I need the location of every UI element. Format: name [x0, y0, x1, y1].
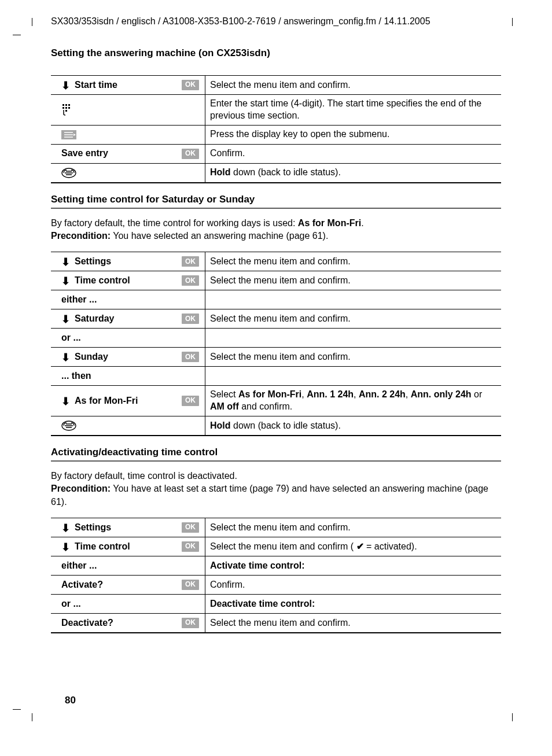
step-description [205, 290, 502, 309]
step-label: Time control [75, 541, 177, 553]
step-description: Select As for Mon-Fri, Ann. 1 24h, Ann. … [205, 386, 502, 416]
ok-badge: OK [182, 314, 199, 324]
down-arrow-icon: ⬇ [61, 542, 70, 552]
table-row: ⬇SettingsOKSelect the menu item and conf… [51, 252, 501, 271]
step-description: Enter the start time (4-digit). The star… [205, 95, 502, 126]
table-row: ⬇SundayOKSelect the menu item and confir… [51, 348, 501, 367]
step-description: Deactivate time control: [205, 595, 502, 614]
table-row: Hold down (back to idle status). [51, 163, 501, 183]
ok-badge: OK [182, 618, 199, 628]
step-label: either ... [61, 294, 199, 306]
table-row: ⬇Start timeOKSelect the menu item and co… [51, 76, 501, 95]
step-description: Select the menu item and confirm. [205, 271, 502, 290]
down-arrow-icon: ⬇ [61, 257, 70, 267]
step-description: Confirm. [205, 144, 502, 163]
step-label: As for Mon-Fri [75, 395, 177, 407]
step-label: Saturday [75, 313, 177, 325]
table-row: ⬇SaturdayOKSelect the menu item and conf… [51, 309, 501, 329]
subsection-title: Setting time control for Saturday or Sun… [51, 194, 501, 205]
table-row: Activate?OKConfirm. [51, 576, 501, 595]
step-description: Hold down (back to idle status). [205, 416, 502, 436]
ok-badge: OK [182, 80, 199, 90]
step-description: Confirm. [205, 576, 502, 595]
table-row: Deactivate?OKSelect the menu item and co… [51, 614, 501, 633]
ok-badge: OK [182, 275, 199, 286]
down-arrow-icon: ⬇ [61, 352, 70, 363]
table-row: Enter the start time (4-digit). The star… [51, 95, 501, 126]
step-label: Time control [75, 275, 177, 287]
table-row: either ...Activate time control: [51, 556, 501, 576]
page-number: 80 [65, 695, 76, 706]
crop-mark [512, 18, 513, 26]
down-arrow-icon: ⬇ [61, 396, 70, 407]
table-row: or ... [51, 329, 501, 348]
crop-mark [512, 713, 513, 721]
document-header: SX303/353isdn / englisch / A31008-X353-B… [51, 16, 501, 27]
ok-badge: OK [182, 396, 199, 406]
step-description [205, 367, 502, 386]
down-arrow-icon: ⬇ [61, 80, 70, 91]
step-description: Select the menu item and confirm. [205, 348, 502, 367]
step-label: or ... [61, 332, 199, 344]
step-description: Press the display key to open the submen… [205, 125, 502, 144]
subsection-title: Activating/deactivating time control [51, 447, 501, 458]
table-row: ... then [51, 367, 501, 386]
svg-rect-6 [65, 110, 67, 112]
page-title: Setting the answering machine (on CX253i… [51, 47, 501, 59]
hangup-icon [61, 168, 76, 178]
step-label: Settings [75, 256, 177, 268]
table-row: or ...Deactivate time control: [51, 595, 501, 614]
step-description: Activate time control: [205, 556, 502, 576]
step-description: Select the menu item and confirm ( ✔ = a… [205, 537, 502, 556]
down-arrow-icon: ⬇ [61, 314, 70, 324]
ok-badge: OK [182, 541, 199, 552]
step-description: Select the menu item and confirm. [205, 309, 502, 329]
svg-rect-4 [65, 107, 67, 109]
procedure-table-3: ⬇SettingsOKSelect the menu item and conf… [51, 518, 501, 633]
rule [51, 460, 501, 462]
step-label: either ... [61, 560, 199, 572]
ok-badge: OK [182, 256, 199, 267]
paragraph: By factory default, time control is deac… [51, 470, 501, 508]
ok-badge: OK [182, 522, 199, 533]
crop-mark [13, 709, 21, 710]
table-row: ⬇As for Mon-FriOKSelect As for Mon-Fri, … [51, 386, 501, 416]
table-row: either ... [51, 290, 501, 309]
step-description: Select the menu item and confirm. [205, 76, 502, 95]
keypad-icon [61, 104, 74, 116]
step-description: Select the menu item and confirm. [205, 614, 502, 633]
ok-badge: OK [182, 352, 199, 362]
step-description: Hold down (back to idle status). [205, 163, 502, 183]
ok-badge: OK [182, 580, 199, 590]
table-row: ⬇Time controlOKSelect the menu item and … [51, 537, 501, 556]
submenu-icon [61, 130, 76, 139]
table-row: Hold down (back to idle status). [51, 416, 501, 436]
crop-mark [32, 713, 32, 721]
svg-rect-2 [68, 104, 70, 106]
rule [51, 208, 501, 209]
step-label: Save entry [61, 147, 177, 160]
paragraph: By factory default, the time control for… [51, 217, 501, 243]
step-label: Start time [75, 79, 177, 91]
step-description: Select the menu item and confirm. [205, 252, 502, 271]
step-description: Select the menu item and confirm. [205, 518, 502, 537]
table-row: Press the display key to open the submen… [51, 125, 501, 144]
table-row: Save entryOKConfirm. [51, 144, 501, 163]
step-label: Sunday [75, 351, 177, 363]
procedure-table-1: ⬇Start timeOKSelect the menu item and co… [51, 75, 501, 183]
table-row: ⬇SettingsOKSelect the menu item and conf… [51, 518, 501, 537]
step-label: Settings [75, 522, 177, 534]
svg-rect-5 [68, 107, 70, 109]
svg-rect-0 [62, 104, 64, 106]
step-label: Deactivate? [61, 617, 177, 629]
svg-rect-1 [65, 104, 67, 106]
ok-badge: OK [182, 149, 199, 159]
crop-mark [13, 35, 21, 35]
step-description [205, 329, 502, 348]
step-label: or ... [61, 598, 199, 610]
procedure-table-2: ⬇SettingsOKSelect the menu item and conf… [51, 252, 501, 436]
step-label: Activate? [61, 579, 177, 591]
table-row: ⬇Time controlOKSelect the menu item and … [51, 271, 501, 290]
down-arrow-icon: ⬇ [61, 276, 70, 286]
hangup-icon [61, 421, 76, 431]
